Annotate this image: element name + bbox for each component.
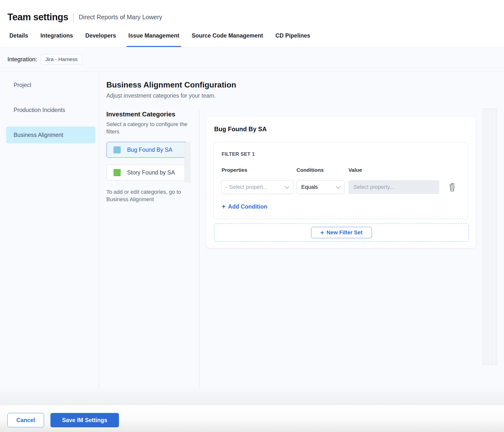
filter-config-card: Bug Found By SA FILTER SET 1 Properties … [206,117,476,248]
title-divider [73,13,74,22]
integration-chip[interactable]: Jira - Harness [41,54,82,65]
tab-label: Issue Management [128,32,179,39]
plus-icon: + [320,229,324,236]
filter-card-title: Bug Found By SA [214,126,267,133]
content-bottom-fade [0,386,504,405]
category-bug-found-by-sa[interactable]: Bug Found By SA [106,142,188,158]
plus-icon: + [222,203,226,210]
condition-select[interactable]: Equals [297,180,344,194]
tab-label: CD Pipelines [275,32,310,39]
condition-select-value: Equals [301,184,318,190]
filter-set-title: FILTER SET 1 [222,151,255,157]
category-label: Story Found by SA [127,169,175,176]
page-title: Team settings [7,12,68,22]
delete-condition-button[interactable] [447,182,458,193]
scrollbar-track-outer[interactable] [483,108,489,365]
chevron-down-icon [336,184,340,189]
tab-label: Integrations [40,32,73,39]
tab-details[interactable]: Details [9,24,28,47]
tab-developers[interactable]: Developers [85,24,116,47]
new-filter-set-dropzone: + New Filter Set [214,223,469,242]
tab-label: Source Code Management [192,32,263,39]
column-header-properties: Properties [222,167,247,173]
header-row: Team settings Direct Reports of Mary Low… [7,12,162,22]
sidebar-item-label: Business Alignment [14,132,63,138]
integration-row: Integration: Jira - Harness [0,47,504,71]
section-title: Business Alignment Configuration [106,80,236,90]
filter-set-box: FILTER SET 1 Properties Conditions Value… [213,142,468,219]
tab-label: Developers [85,32,116,39]
column-header-conditions: Conditions [297,167,324,173]
column-header-value: Value [348,167,362,173]
new-filter-set-label: New Filter Set [326,229,362,236]
sidebar-item-business-alignment[interactable]: Business Alignment [6,127,95,143]
page-subtitle: Direct Reports of Mary Lowery [79,14,162,21]
integration-label: Integration: [7,56,37,63]
tab-integrations[interactable]: Integrations [40,24,73,47]
scrollbar-track-inner[interactable] [491,108,497,365]
category-label: Bug Found By SA [127,147,172,153]
categories-heading: Investment Categories [106,110,200,118]
section-subtitle: Adjust investment categories for your te… [106,92,236,99]
new-filter-set-button[interactable]: + New Filter Set [311,227,372,238]
tab-issue-management[interactable]: Issue Management [128,24,179,47]
add-condition-button[interactable]: + Add Condition [222,203,267,210]
tab-cd-pipelines[interactable]: CD Pipelines [275,24,310,47]
cancel-button[interactable]: Cancel [7,413,44,427]
page-header: Team settings Direct Reports of Mary Low… [0,0,504,47]
trash-icon [448,182,456,192]
add-condition-label: Add Condition [228,203,267,210]
tab-source-code-management[interactable]: Source Code Management [192,24,263,47]
category-color-swatch [114,146,121,153]
sidebar-item-label: Project [14,82,31,88]
category-list-scrollbar[interactable] [184,142,190,183]
chevron-down-icon [285,184,289,189]
team-settings-page: Team settings Direct Reports of Mary Low… [0,0,504,432]
categories-footnote: To add or edit categories, go to Busines… [106,188,188,203]
sidebar-item-project[interactable]: Project [6,77,95,93]
categories-helper-text: Select a category to configure the filte… [106,121,193,135]
tab-label: Details [9,32,28,39]
property-select-placeholder: - Select propert... [226,184,268,190]
value-input[interactable] [348,180,439,194]
tab-bar: Details Integrations Developers Issue Ma… [0,24,504,47]
main-heading-block: Business Alignment Configuration Adjust … [106,80,236,99]
footer-bar: Cancel Save IM Settings [0,405,504,432]
category-color-swatch [114,169,121,176]
property-select[interactable]: - Select propert... [221,180,293,194]
sidebar-item-production-incidents[interactable]: Production Incidents [6,102,95,118]
save-im-settings-button[interactable]: Save IM Settings [50,413,119,427]
sidebar-item-label: Production Incidents [14,107,65,113]
settings-sidebar: Project Production Incidents Business Al… [0,71,99,388]
category-story-found-by-sa[interactable]: Story Found by SA [106,165,188,180]
